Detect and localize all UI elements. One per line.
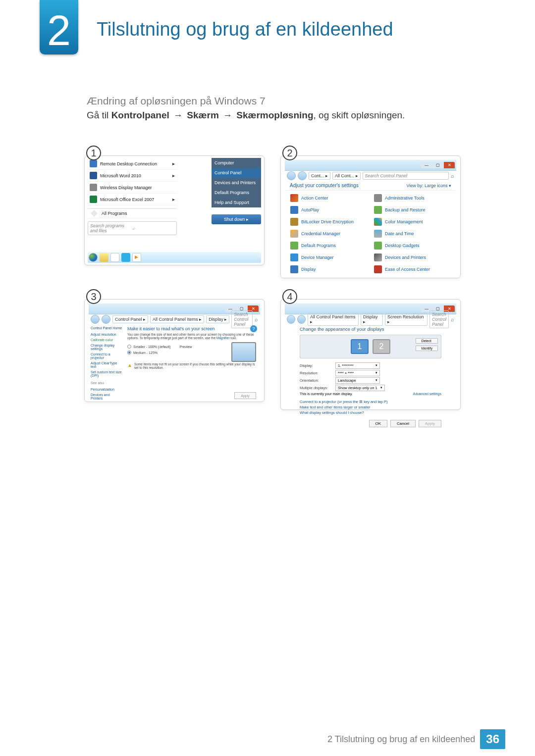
display-title: Make it easier to read what's on your sc…: [127, 326, 257, 331]
page-footer: 2 Tilslutning og brug af en kildeenhed 3…: [327, 729, 505, 749]
startmenu-item-excel[interactable]: Microsoft Office Excel 2007 ▸: [88, 194, 177, 205]
backup-icon: [374, 206, 382, 214]
cp-item-default-programs[interactable]: Default Programs: [290, 240, 368, 251]
radio-icon: [127, 345, 131, 349]
taskbar-ie-icon[interactable]: [121, 253, 130, 262]
search-input[interactable]: Search Control Panel: [429, 310, 449, 328]
startmenu-computer[interactable]: Computer: [212, 158, 261, 168]
change-display-link[interactable]: Change display settings: [91, 344, 122, 351]
chapter-title: Tilslutning og brug af en kildeenhed: [97, 19, 393, 40]
cp-item-credential[interactable]: Credential Manager: [290, 228, 368, 239]
gadgets-icon: [374, 242, 382, 250]
breadcrumb[interactable]: Screen Resolution: [385, 313, 428, 326]
minimize-button[interactable]: —: [421, 162, 432, 168]
shutdown-button[interactable]: Shut down ▸: [212, 214, 261, 224]
arrow-icon: →: [223, 110, 232, 120]
cp-home-link[interactable]: Control Panel Home: [91, 326, 122, 330]
search-input[interactable]: Search Control Panel: [363, 172, 449, 180]
monitor-2-icon[interactable]: 2: [373, 339, 390, 354]
color-icon: [374, 218, 382, 226]
start-orb-icon[interactable]: [89, 253, 98, 262]
nav-forward-icon[interactable]: [102, 315, 110, 324]
tools-icon: [374, 194, 382, 202]
breadcrumb[interactable]: All Control Panel Items: [308, 313, 359, 326]
breadcrumb[interactable]: All Control Panel Items: [150, 315, 204, 323]
warning-text: ▲ Some items may not fit on your screen …: [127, 362, 257, 369]
cp-item-device-manager[interactable]: Device Manager: [290, 252, 368, 263]
cp-item-date-time[interactable]: Date and Time: [374, 228, 451, 239]
apply-button[interactable]: Apply: [419, 420, 441, 427]
cp-item-action-center[interactable]: Action Center: [290, 193, 368, 203]
cp-item-admin-tools[interactable]: Administrative Tools: [374, 193, 451, 203]
multiple-displays-select[interactable]: Show desktop only on 1: [335, 385, 385, 391]
nav-forward-icon[interactable]: [298, 171, 307, 180]
display-select[interactable]: 1. ********: [335, 362, 380, 369]
help-icon[interactable]: ?: [250, 325, 257, 332]
startmenu-item-word[interactable]: Microsoft Word 2010 ▸: [88, 170, 177, 182]
nav-back-icon[interactable]: [287, 315, 295, 324]
window-titlebar: — ▢ ✕: [285, 160, 456, 171]
cancel-button[interactable]: Cancel: [390, 420, 416, 427]
startmenu-help[interactable]: Help and Support: [212, 198, 261, 207]
nav-forward-icon[interactable]: [297, 315, 306, 324]
monitor-arrangement[interactable]: 1 2 Detect Identify: [300, 335, 441, 358]
identify-button[interactable]: Identify: [416, 346, 438, 351]
cp-item-bitlocker[interactable]: BitLocker Drive Encryption: [290, 216, 368, 227]
projector-link[interactable]: Connect to a projector (or press the ⊞ k…: [300, 400, 441, 404]
instruction-text: Gå til Kontrolpanel → Skærm → Skærmopløs…: [87, 110, 405, 121]
startmenu-item-rdc[interactable]: Remote Desktop Connection ▸: [88, 158, 177, 170]
cp-item-autoplay[interactable]: AutoPlay: [290, 204, 368, 215]
text-size-link[interactable]: Make text and other items larger or smal…: [300, 405, 441, 409]
screenshot-step-4: 4 — ▢ ✕ All Control Panel Items Display …: [280, 290, 461, 410]
allprograms-icon: [91, 210, 98, 217]
cleartype-link[interactable]: Adjust ClearType text: [91, 361, 122, 368]
cp-item-devices-printers[interactable]: Devices and Printers: [374, 252, 451, 263]
cp-item-ease-access[interactable]: Ease of Access Center: [374, 264, 451, 275]
startmenu-all-programs[interactable]: All Programs: [88, 208, 177, 218]
advanced-settings-link[interactable]: Advanced settings: [413, 392, 441, 396]
nav-back-icon[interactable]: [287, 171, 296, 180]
dpi-link[interactable]: Set custom text size (DPI): [91, 370, 122, 377]
breadcrumb[interactable]: Cont...: [309, 172, 330, 180]
resolution-select[interactable]: **** × ****: [335, 370, 380, 376]
screenshot-step-2: 2 — ▢ ✕ Cont... All Cont... Search Contr…: [280, 147, 461, 278]
warning-icon: ▲: [127, 362, 132, 369]
breadcrumb[interactable]: Display: [361, 313, 383, 326]
autoplay-icon: [290, 206, 298, 214]
devices-printers-link[interactable]: Devices and Printers: [91, 393, 122, 400]
taskbar-explorer-icon[interactable]: [100, 253, 108, 262]
startmenu-item-wdm[interactable]: Wireless Display Manager: [88, 182, 177, 194]
personalization-link[interactable]: Personalization: [91, 388, 122, 391]
breadcrumb[interactable]: Display: [206, 315, 229, 323]
projector-link[interactable]: Connect to a projector: [91, 353, 122, 359]
cp-item-color[interactable]: Color Management: [374, 216, 451, 227]
lock-icon: [290, 218, 298, 226]
detect-button[interactable]: Detect: [416, 338, 438, 344]
adjust-resolution-link[interactable]: Adjust resolution: [91, 333, 122, 336]
apply-button[interactable]: Apply: [234, 392, 256, 399]
breadcrumb[interactable]: Control Panel: [112, 315, 148, 323]
cp-item-display[interactable]: Display: [290, 264, 368, 275]
startmenu-devices[interactable]: Devices and Printers: [212, 178, 261, 188]
defaults-icon: [290, 242, 298, 250]
monitor-1-icon[interactable]: 1: [351, 339, 369, 354]
close-button[interactable]: ✕: [444, 162, 455, 168]
taskbar-app-icon[interactable]: [110, 253, 119, 262]
ok-button[interactable]: OK: [369, 420, 388, 427]
cp-item-gadgets[interactable]: Desktop Gadgets: [374, 240, 451, 251]
calibrate-color-link[interactable]: Calibrate color: [91, 338, 122, 342]
orientation-select[interactable]: Landscape: [335, 377, 380, 384]
view-by-dropdown[interactable]: View by: Large icons ▾: [407, 183, 451, 188]
startmenu-defaults[interactable]: Default Programs: [212, 188, 261, 198]
multiple-displays-label: Multiple displays:: [300, 386, 331, 390]
startmenu-controlpanel[interactable]: Control Panel: [212, 168, 261, 178]
breadcrumb[interactable]: All Cont...: [332, 172, 361, 180]
taskbar-media-icon[interactable]: [132, 253, 141, 262]
display-settings-help-link[interactable]: What display settings should I choose?: [300, 410, 441, 415]
nav-back-icon[interactable]: [91, 315, 100, 324]
maximize-button[interactable]: ▢: [432, 162, 443, 168]
magnifier-link[interactable]: Magnifier: [216, 336, 230, 340]
wdm-icon: [90, 184, 97, 191]
cp-item-backup[interactable]: Backup and Restore: [374, 204, 451, 215]
startmenu-search[interactable]: Search programs and files ⌕: [88, 221, 177, 235]
